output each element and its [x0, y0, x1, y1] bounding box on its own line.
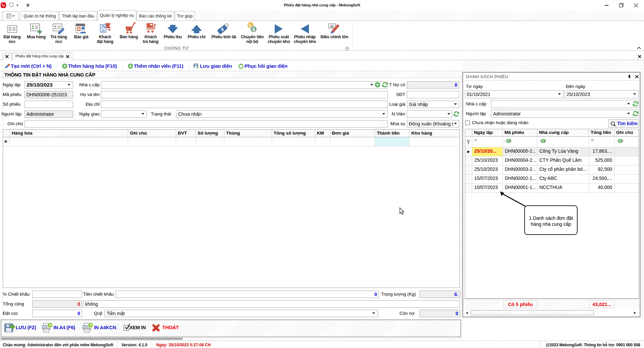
svg-text:$: $: [252, 27, 255, 32]
svg-text:?: ?: [90, 323, 92, 328]
svg-text:ab: ab: [330, 24, 334, 28]
svg-text:?: ?: [49, 323, 52, 328]
